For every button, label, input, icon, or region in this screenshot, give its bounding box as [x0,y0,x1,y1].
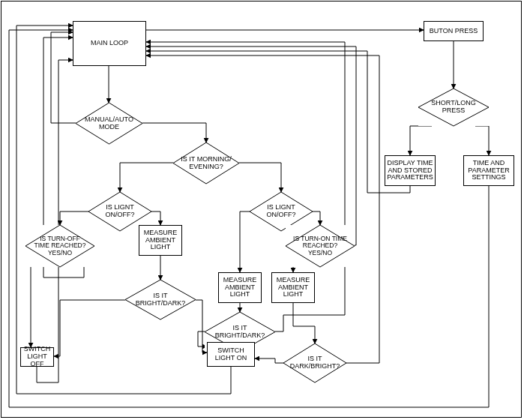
label: MEASURE AMBIENT LIGHT [220,277,259,299]
node-time-settings: TIME AND PARAMETER SETTINGS [463,155,514,186]
label: IS IT MORNING/ EVENING? [181,156,232,171]
label: MEASURE AMBIENT LIGHT [274,277,313,299]
node-turnoff-reached: IS TURN-OFF TIME REACHED? YES/NO [25,225,94,267]
label: BUTON PRESS [430,28,478,35]
label: SWITCH LIGHT ON [209,347,253,362]
node-main-loop: MAIN LOOP [73,21,146,66]
label: TIME AND PARAMETER SETTINGS [466,160,512,182]
node-switch-on: SWITCH LIGHT ON [207,342,255,367]
flowchart-canvas: MAIN LOOP BUTON PRESS SHORT/LONG PRESS D… [0,0,524,420]
node-measure-right: MEASURE AMBIENT LIGHT [271,272,315,303]
node-manual-auto: MANUAL/AUTO MODE [76,103,142,144]
label: IS LIGNT ON/OFF? [257,204,305,219]
label: IS TURN-OFF TIME REACHED? YES/NO [33,236,87,256]
node-is-morning: IS IT MORNING/ EVENING? [173,142,239,184]
label: SHORT/LONG PRESS [426,100,481,115]
label: MANUAL/AUTO MODE [83,116,135,131]
label: DISPLAY TIME AND STORED PARAMETERS [387,160,433,182]
node-turnon-reached: IS TURN-ON TIME REACHED? YES/NO [286,225,355,267]
node-short-long-press: SHORT/LONG PRESS [418,88,489,126]
label: IS TURN-ON TIME REACHED? YES/NO [293,236,347,256]
node-display-time: DISPLAY TIME AND STORED PARAMETERS [385,155,436,186]
label: IS IT BRIGHT/DARK? [133,292,188,308]
label: MEASURE AMBIENT LIGHT [141,230,180,252]
label: IS IT DARK/BRIGHT? [290,356,340,370]
node-measure-left: MEASURE AMBIENT LIGHT [139,225,182,256]
label: MAIN LOOP [91,40,128,47]
label: IS IT BRIGHT/DARK? [212,325,268,340]
label: IS LIGNT ON/OFF? [96,204,144,219]
node-switch-off: SWITCH LIGHT OFF [20,347,54,367]
label: SWITCH LIGHT OFF [22,346,52,368]
node-dark-bright: IS IT DARK/BRIGHT? [283,344,346,382]
node-measure-mid: MEASURE AMBIENT LIGHT [218,272,262,303]
node-button-press: BUTON PRESS [424,21,484,41]
node-bright-dark1: IS IT BRIGHT/DARK? [125,280,196,320]
